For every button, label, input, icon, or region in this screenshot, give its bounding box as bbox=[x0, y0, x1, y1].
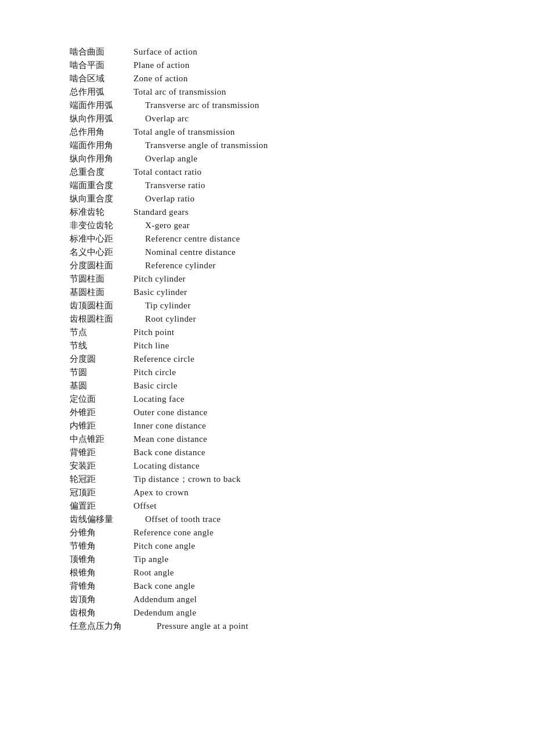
english-term: Dedendum angle bbox=[134, 608, 196, 618]
english-term: Offset of tooth trace bbox=[145, 514, 221, 524]
english-term: Basic circle bbox=[134, 381, 178, 391]
list-item: 根锥角Root angle bbox=[70, 567, 464, 578]
list-item: 齿根圆柱面Root cylinder bbox=[70, 314, 464, 325]
list-item: 分度圆Reference circle bbox=[70, 354, 464, 365]
list-item: 齿顶圆柱面Tip cylinder bbox=[70, 300, 464, 311]
chinese-term: 节圆柱面 bbox=[70, 273, 134, 285]
chinese-term: 纵向重合度 bbox=[70, 193, 145, 204]
english-term: Reference cone angle bbox=[134, 528, 214, 538]
chinese-term: 节锥角 bbox=[70, 541, 134, 552]
english-term: Addendum angel bbox=[134, 595, 197, 604]
english-term: Transverse ratio bbox=[145, 181, 205, 190]
english-term: Transverse arc of transmission bbox=[145, 100, 259, 110]
list-item: 偏置距Offset bbox=[70, 501, 464, 512]
chinese-term: 节点 bbox=[70, 327, 134, 338]
chinese-term: 背锥距 bbox=[70, 447, 134, 458]
chinese-term: 冠顶距 bbox=[70, 487, 134, 498]
chinese-term: 齿线偏移量 bbox=[70, 514, 145, 525]
english-term: X-gero gear bbox=[145, 221, 190, 231]
chinese-term: 节圆 bbox=[70, 367, 134, 378]
list-item: 啮合区域Zone of action bbox=[70, 73, 464, 84]
list-item: 任意点压力角Pressure angle at a point bbox=[70, 621, 464, 632]
list-item: 基圆Basic circle bbox=[70, 380, 464, 391]
list-item: 节线Pitch line bbox=[70, 340, 464, 351]
list-item: 节圆Pitch circle bbox=[70, 367, 464, 378]
english-term: Zone of action bbox=[134, 74, 188, 84]
list-item: 啮合平面Plane of action bbox=[70, 60, 464, 71]
chinese-term: 节线 bbox=[70, 340, 134, 351]
chinese-term: 非变位齿轮 bbox=[70, 220, 145, 231]
chinese-term: 基圆柱面 bbox=[70, 287, 134, 298]
chinese-term: 总作用弧 bbox=[70, 87, 134, 98]
list-item: 总重合度Total contact ratio bbox=[70, 167, 464, 178]
list-item: 齿线偏移量Offset of tooth trace bbox=[70, 514, 464, 525]
list-item: 背锥角Back cone angle bbox=[70, 581, 464, 592]
list-item: 安装距Locating distance bbox=[70, 460, 464, 471]
chinese-term: 端面作用弧 bbox=[70, 100, 145, 111]
english-term: Basic cylinder bbox=[134, 287, 187, 297]
list-item: 啮合曲面Surface of action bbox=[70, 46, 464, 57]
english-term: Total contact ratio bbox=[134, 167, 201, 177]
chinese-term: 轮冠距 bbox=[70, 474, 134, 485]
chinese-term: 名义中心距 bbox=[70, 247, 145, 258]
english-term: Reference circle bbox=[134, 354, 194, 364]
list-item: 轮冠距Tip distance；crown to back bbox=[70, 474, 464, 485]
chinese-term: 齿顶角 bbox=[70, 594, 134, 605]
english-term: Locating distance bbox=[134, 461, 200, 471]
english-term: Offset bbox=[134, 501, 157, 511]
english-term: Pitch point bbox=[134, 327, 174, 337]
list-item: 纵向作用角Overlap angle bbox=[70, 153, 464, 164]
chinese-term: 分度圆 bbox=[70, 354, 134, 365]
english-term: Root angle bbox=[134, 568, 174, 578]
english-term: Back cone distance bbox=[134, 448, 205, 458]
list-item: 冠顶距Apex to crown bbox=[70, 487, 464, 498]
chinese-term: 分锥角 bbox=[70, 527, 134, 538]
list-item: 端面作用角Transverse angle of transmission bbox=[70, 140, 464, 151]
chinese-term: 偏置距 bbox=[70, 501, 134, 512]
chinese-term: 总重合度 bbox=[70, 167, 134, 178]
english-term: Nominal centre distance bbox=[145, 247, 236, 257]
list-item: 齿根角Dedendum angle bbox=[70, 607, 464, 618]
list-item: 定位面Locating face bbox=[70, 394, 464, 405]
chinese-term: 任意点压力角 bbox=[70, 621, 157, 632]
chinese-term: 安装距 bbox=[70, 460, 134, 471]
list-item: 总作用弧Total arc of transmission bbox=[70, 87, 464, 98]
chinese-term: 端面重合度 bbox=[70, 180, 145, 191]
english-term: Total angle of transmission bbox=[134, 127, 235, 137]
chinese-term: 标准齿轮 bbox=[70, 207, 134, 218]
list-item: 节圆柱面Pitch cylinder bbox=[70, 273, 464, 285]
list-item: 纵向作用弧Overlap arc bbox=[70, 113, 464, 124]
list-item: 背锥距Back cone distance bbox=[70, 447, 464, 458]
list-item: 顶锥角Tip angle bbox=[70, 554, 464, 565]
list-item: 内锥距Inner cone distance bbox=[70, 420, 464, 431]
list-item: 分度圆柱面Reference cylinder bbox=[70, 260, 464, 271]
english-term: Referencr centre distance bbox=[145, 234, 240, 244]
english-term: Locating face bbox=[134, 394, 185, 404]
english-term: Tip angle bbox=[134, 555, 169, 564]
chinese-term: 定位面 bbox=[70, 394, 134, 405]
list-item: 标准中心距Referencr centre distance bbox=[70, 233, 464, 244]
chinese-term: 根锥角 bbox=[70, 567, 134, 578]
english-term: Pitch cone angle bbox=[134, 541, 195, 551]
list-item: 端面重合度Transverse ratio bbox=[70, 180, 464, 191]
english-term: Overlap ratio bbox=[145, 194, 194, 204]
english-term: Outer cone distance bbox=[134, 408, 208, 417]
english-term: Overlap arc bbox=[145, 114, 189, 124]
list-item: 分锥角Reference cone angle bbox=[70, 527, 464, 538]
english-term: Inner cone distance bbox=[134, 421, 206, 431]
english-term: Tip distance；crown to back bbox=[134, 474, 241, 485]
english-term: Reference cylinder bbox=[145, 261, 216, 271]
english-term: Plane of action bbox=[134, 60, 190, 70]
english-term: Standard gears bbox=[134, 207, 189, 217]
english-term: Root cylinder bbox=[145, 314, 196, 324]
chinese-term: 标准中心距 bbox=[70, 233, 145, 244]
english-term: Surface of action bbox=[134, 47, 197, 57]
english-term: Back cone angle bbox=[134, 581, 195, 591]
list-item: 中点锥距Mean cone distance bbox=[70, 434, 464, 445]
english-term: Pressure angle at a point bbox=[157, 621, 248, 631]
chinese-term: 顶锥角 bbox=[70, 554, 134, 565]
chinese-term: 中点锥距 bbox=[70, 434, 134, 445]
list-item: 端面作用弧Transverse arc of transmission bbox=[70, 100, 464, 111]
english-term: Tip cylinder bbox=[145, 301, 191, 311]
list-item: 标准齿轮Standard gears bbox=[70, 207, 464, 218]
